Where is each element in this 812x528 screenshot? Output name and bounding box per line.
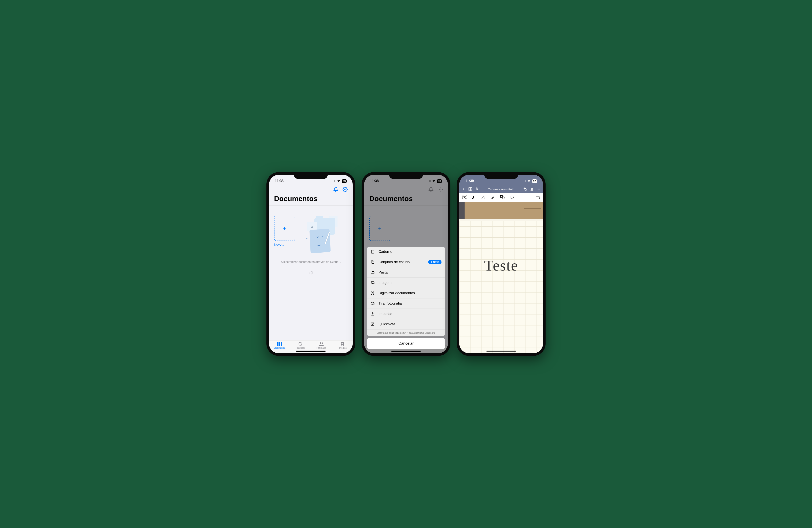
highlighter-tool[interactable] bbox=[491, 195, 495, 200]
home-indicator[interactable] bbox=[296, 351, 325, 352]
signal-icon: 􀙇 bbox=[334, 179, 336, 183]
svg-rect-35 bbox=[470, 189, 472, 191]
svg-rect-16 bbox=[277, 344, 278, 346]
screen-new-menu: 11:38 􀙇 93 Documentos + bbox=[364, 175, 448, 353]
screen-documents: 11:38 􀙇 93 Documentos + bbox=[269, 175, 353, 353]
menu-study-set[interactable]: Conjunto de estudo ✦ Novo bbox=[367, 257, 445, 267]
tab-shared[interactable]: Partilhado bbox=[311, 342, 332, 349]
svg-line-20 bbox=[301, 345, 302, 346]
wifi-icon bbox=[527, 180, 531, 182]
menu-label: Tirar fotografia bbox=[378, 301, 402, 306]
content-area: + Novo... ▲ ᵕ ᵕ⌣ + A sincronizar documen… bbox=[269, 206, 353, 340]
svg-point-39 bbox=[538, 188, 539, 189]
menu-folder[interactable]: Pasta bbox=[367, 267, 445, 278]
svg-rect-6 bbox=[311, 273, 312, 274]
canvas[interactable]: Teste bbox=[459, 202, 543, 353]
tab-documents[interactable]: Documentos bbox=[269, 342, 290, 349]
signal-icon: 􀙇 bbox=[525, 179, 526, 183]
notch bbox=[294, 172, 328, 179]
search-icon bbox=[298, 342, 303, 346]
document-title[interactable]: Caderno sem título bbox=[481, 187, 521, 191]
home-indicator[interactable] bbox=[487, 351, 516, 352]
svg-point-40 bbox=[539, 188, 540, 189]
svg-point-30 bbox=[372, 303, 373, 304]
book-icon bbox=[371, 250, 375, 254]
svg-rect-2 bbox=[311, 271, 312, 272]
menu-notebook[interactable]: Caderno bbox=[367, 247, 445, 257]
tab-search[interactable]: Pesquisar bbox=[290, 342, 311, 349]
new-document-menu: Caderno Conjunto de estudo ✦ Novo Pasta … bbox=[367, 247, 445, 349]
handwriting-text: Teste bbox=[459, 257, 543, 274]
eraser-tool[interactable] bbox=[481, 195, 486, 200]
svg-rect-32 bbox=[469, 187, 470, 189]
status-indicators: 􀙇 93 bbox=[334, 179, 347, 183]
grid-icon bbox=[277, 342, 282, 346]
paper-area[interactable] bbox=[459, 221, 543, 353]
more-button[interactable] bbox=[536, 187, 540, 191]
menu-scan[interactable]: Digitalizar documentos bbox=[367, 288, 445, 298]
notch bbox=[484, 172, 518, 179]
battery-level: 93 bbox=[342, 179, 347, 183]
svg-point-45 bbox=[539, 197, 540, 199]
menu-import[interactable]: Importar bbox=[367, 309, 445, 319]
lasso-tool[interactable] bbox=[510, 195, 514, 200]
svg-rect-14 bbox=[279, 342, 280, 344]
settings-button[interactable] bbox=[343, 187, 348, 192]
svg-rect-46 bbox=[536, 198, 539, 198]
svg-rect-44 bbox=[536, 196, 540, 197]
undo-button[interactable] bbox=[523, 187, 527, 191]
menu-list: Caderno Conjunto de estudo ✦ Novo Pasta … bbox=[367, 247, 445, 336]
close-button[interactable] bbox=[530, 187, 534, 191]
screen-editor: 11:39 􀙇 92 Caderno sem título ᴬQ bbox=[459, 175, 543, 353]
menu-image[interactable]: Imagem bbox=[367, 278, 445, 288]
svg-point-22 bbox=[322, 343, 323, 344]
svg-rect-18 bbox=[280, 344, 282, 346]
svg-rect-31 bbox=[371, 323, 374, 326]
svg-rect-5 bbox=[312, 273, 313, 274]
menu-label: Pasta bbox=[378, 270, 388, 274]
status-indicators: 􀙇 92 bbox=[525, 179, 537, 183]
zoom-tool[interactable]: ᴬQ bbox=[462, 195, 467, 199]
folder-icon bbox=[371, 270, 375, 274]
menu-label: QuickNote bbox=[378, 322, 395, 326]
phone-1: 11:38 􀙇 93 Documentos + bbox=[266, 172, 355, 356]
status-time: 11:38 bbox=[275, 179, 284, 183]
svg-rect-29 bbox=[372, 292, 374, 294]
menu-label: Conjunto de estudo bbox=[378, 260, 410, 264]
svg-point-21 bbox=[320, 342, 321, 344]
svg-rect-17 bbox=[279, 344, 280, 346]
svg-rect-26 bbox=[372, 261, 374, 263]
editor-header: Caderno sem título bbox=[459, 185, 543, 193]
empty-illustration: ▲ ᵕ ᵕ⌣ + bbox=[300, 213, 337, 252]
menu-label: Imagem bbox=[378, 281, 391, 285]
svg-rect-4 bbox=[312, 272, 313, 273]
tool-bar: ᴬQ bbox=[459, 193, 543, 202]
tab-favorites[interactable]: Favoritos bbox=[332, 342, 353, 349]
menu-quicknote[interactable]: QuickNote bbox=[367, 319, 445, 330]
svg-rect-10 bbox=[309, 272, 310, 273]
people-icon bbox=[319, 342, 324, 346]
menu-label: Importar bbox=[378, 312, 392, 316]
menu-label: Caderno bbox=[378, 250, 392, 254]
back-button[interactable] bbox=[462, 187, 466, 191]
sync-status-text: A sincronizar documentos através de iClo… bbox=[281, 260, 341, 264]
tab-label: Partilhado bbox=[317, 347, 326, 349]
shapes-tool[interactable] bbox=[500, 195, 505, 200]
page-title: Documentos bbox=[269, 194, 353, 206]
menu-photo[interactable]: Tirar fotografia bbox=[367, 298, 445, 309]
svg-rect-8 bbox=[309, 273, 310, 274]
grid-button[interactable] bbox=[468, 187, 473, 191]
camera-icon bbox=[371, 301, 375, 306]
pen-tool[interactable] bbox=[472, 195, 476, 200]
menu-tip: Dica: toque duas vezes em "+" para criar… bbox=[367, 330, 445, 336]
mic-button[interactable] bbox=[475, 187, 479, 191]
svg-rect-33 bbox=[470, 187, 472, 189]
notifications-button[interactable] bbox=[333, 187, 338, 192]
options-tool[interactable] bbox=[535, 195, 540, 199]
cancel-button[interactable]: Cancelar bbox=[367, 338, 445, 349]
new-badge: ✦ Novo bbox=[428, 260, 441, 264]
tab-label: Documentos bbox=[273, 347, 285, 349]
new-document-button[interactable]: + bbox=[274, 216, 295, 241]
svg-point-42 bbox=[502, 197, 505, 199]
home-indicator[interactable] bbox=[391, 351, 421, 352]
